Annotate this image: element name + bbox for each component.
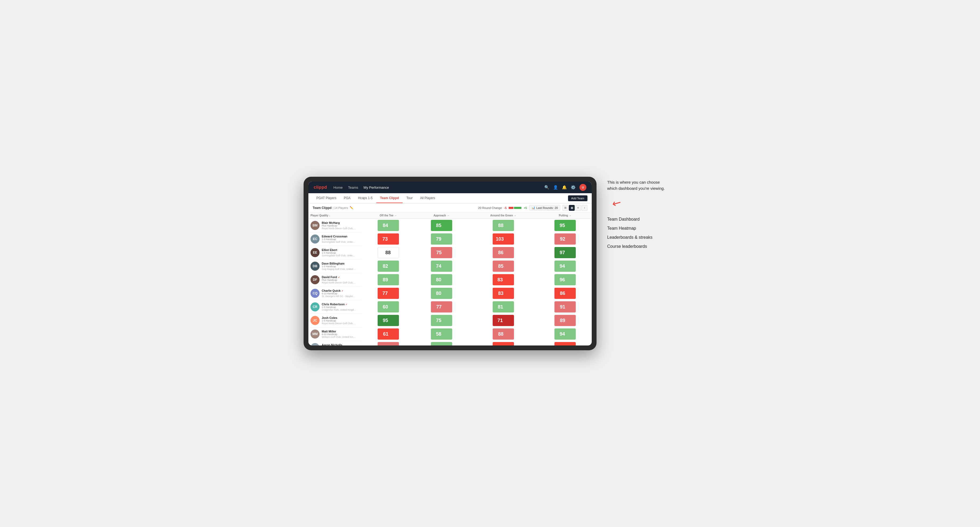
off-tee-cell: 84 +6 bbox=[362, 219, 415, 232]
option-course-leaderboards[interactable]: Course leaderboards bbox=[607, 244, 676, 249]
col-header-player[interactable]: Player Quality ↓ bbox=[309, 213, 362, 219]
score-box: 58 +10 bbox=[431, 342, 452, 346]
player-name[interactable]: Chris Robertson ✓ bbox=[322, 303, 360, 306]
table-row[interactable]: EE Elliot Ebert 1-5 Handicap Sunningdale… bbox=[309, 246, 592, 259]
col-header-around-green[interactable]: Around the Green → bbox=[468, 213, 538, 219]
table-row[interactable]: MM Matt Miller 6-10 Handicap Woburn Golf… bbox=[309, 327, 592, 341]
off-tee-cell: 73 -11 bbox=[362, 232, 415, 246]
table-row[interactable]: DF David Ford ✓ Plus Handicap Royal Nort… bbox=[309, 273, 592, 287]
add-team-button[interactable]: Add Team bbox=[568, 195, 587, 201]
table-row[interactable]: CQ Charlie Quick ✓ 6-10 Handicap St. Geo… bbox=[309, 287, 592, 300]
player-name[interactable]: Edward Crossman bbox=[322, 235, 360, 238]
edit-icon[interactable]: ✏️ bbox=[350, 206, 353, 210]
score-delta: +4 bbox=[442, 339, 447, 342]
list-view-button[interactable]: ≡ bbox=[575, 205, 581, 211]
nav-home[interactable]: Home bbox=[333, 184, 343, 190]
tab-hcaps[interactable]: Hcaps 1-5 bbox=[354, 193, 376, 203]
arrow-annotation: ↙ bbox=[607, 197, 676, 209]
player-name[interactable]: Aaron Nicholls bbox=[322, 343, 360, 346]
around-green-cell: 85 -3 bbox=[468, 259, 538, 273]
score-box: 94 +3 bbox=[554, 329, 576, 340]
table-row[interactable]: EC Edward Crossman 1-5 Handicap Sunningd… bbox=[309, 232, 592, 246]
player-col: CQ Charlie Quick ✓ 6-10 Handicap St. Geo… bbox=[309, 287, 362, 300]
user-icon[interactable]: 👤 bbox=[553, 185, 558, 190]
score-delta: +3 bbox=[565, 339, 570, 342]
col-header-putting[interactable]: Putting → bbox=[538, 213, 592, 219]
putting-cell: 96 +3 bbox=[538, 273, 592, 287]
player-name[interactable]: Charlie Quick ✓ bbox=[322, 289, 360, 292]
table-row[interactable]: AN Aaron Nicholls 11-15 Handicap Drift G… bbox=[309, 341, 592, 346]
score-value: 77 bbox=[436, 304, 442, 310]
score-box: 88 bbox=[378, 247, 399, 258]
player-club: Royal North Devon Golf Club, United King… bbox=[322, 227, 356, 230]
col-header-off-tee[interactable]: Off the Tee → bbox=[362, 213, 415, 219]
col-header-approach[interactable]: Approach → bbox=[415, 213, 468, 219]
player-name[interactable]: David Ford ✓ bbox=[322, 275, 360, 279]
player-name[interactable]: Blair McHarg bbox=[322, 221, 360, 224]
player-club: Sunningdale Golf Club, United Kingdom bbox=[322, 241, 356, 243]
table-row[interactable]: JC Josh Coles 1-5 Handicap Royal North D… bbox=[309, 314, 592, 327]
score-value: 77 bbox=[382, 290, 388, 296]
score-box: 83 -6 bbox=[493, 288, 514, 299]
tab-all-players[interactable]: All Players bbox=[416, 193, 439, 203]
tab-pgat-players[interactable]: PGAT Players bbox=[313, 193, 340, 203]
putting-cell: 86 -8 bbox=[538, 287, 592, 300]
score-box: 85 -3 bbox=[493, 260, 514, 272]
option-team-dashboard[interactable]: Team Dashboard bbox=[607, 217, 676, 222]
heatmap-view-button[interactable]: ▦ bbox=[569, 205, 575, 211]
table-row[interactable]: DB Dave Billingham 1-5 Handicap Gog Mago… bbox=[309, 259, 592, 273]
search-icon[interactable]: 🔍 bbox=[544, 185, 549, 190]
player-handicap: 1-5 Handicap bbox=[322, 238, 360, 241]
putting-cell: 91 -3 bbox=[538, 300, 592, 314]
player-details: Matt Miller 6-10 Handicap Woburn Golf Cl… bbox=[322, 330, 360, 338]
score-value: 95 bbox=[560, 223, 565, 229]
player-avatar: DF bbox=[310, 275, 320, 284]
score-box: 85 +8 bbox=[431, 220, 452, 231]
avatar[interactable]: U bbox=[579, 184, 586, 191]
approach-cell: 77 -3 bbox=[415, 300, 468, 314]
sort-button[interactable]: ↕ bbox=[582, 205, 587, 211]
score-box: 92 -3 bbox=[554, 233, 576, 244]
player-col: EC Edward Crossman 1-5 Handicap Sunningd… bbox=[309, 232, 362, 246]
player-name[interactable]: Josh Coles bbox=[322, 316, 360, 319]
player-club: Sunningdale Golf Club, United Kingdom bbox=[322, 254, 356, 257]
table-row[interactable]: CR Chris Robertson ✓ 1-5 Handicap Craigm… bbox=[309, 300, 592, 314]
option-team-heatmap[interactable]: Team Heatmap bbox=[607, 226, 676, 231]
score-box: 79 +9 bbox=[431, 233, 452, 244]
page-wrapper: clippd Home Teams My Performance 🔍 👤 🔔 ⚙… bbox=[304, 177, 676, 350]
last-rounds-button[interactable]: 📊 Last Rounds: 20 bbox=[529, 205, 560, 211]
settings-icon[interactable]: ⚙️ bbox=[571, 185, 576, 190]
player-handicap: Plus Handicap bbox=[322, 279, 360, 281]
tab-tour[interactable]: Tour bbox=[402, 193, 416, 203]
around-green-cell: 84 -21 bbox=[468, 341, 538, 346]
tab-pga[interactable]: PGA bbox=[340, 193, 354, 203]
table-row[interactable]: BM Blair McHarg Plus Handicap Royal Nort… bbox=[309, 219, 592, 232]
score-value: 89 bbox=[383, 277, 388, 283]
player-name[interactable]: Elliot Ebert bbox=[322, 248, 360, 252]
player-name[interactable]: Matt Miller bbox=[322, 330, 360, 333]
score-box: 95 +8 bbox=[378, 315, 399, 326]
score-value: 97 bbox=[560, 250, 565, 256]
bar-red bbox=[509, 207, 514, 209]
score-box: 73 -11 bbox=[378, 233, 399, 244]
score-box: 61 -3 bbox=[378, 329, 399, 340]
player-name[interactable]: Dave Billingham bbox=[322, 262, 360, 265]
score-value: 88 bbox=[498, 223, 503, 229]
player-handicap: Plus Handicap bbox=[322, 224, 360, 227]
option-leaderboards[interactable]: Leaderboards & streaks bbox=[607, 235, 676, 240]
player-details: Elliot Ebert 1-5 Handicap Sunningdale Go… bbox=[322, 248, 360, 257]
player-info: BM Blair McHarg Plus Handicap Royal Nort… bbox=[310, 221, 360, 230]
round-change-section: 20 Round Change -5 +5 📊 Last Rounds: 20 … bbox=[478, 205, 587, 211]
grid-view-button[interactable]: ⊞ bbox=[562, 205, 568, 211]
nav-right: 🔍 👤 🔔 ⚙️ U bbox=[544, 184, 586, 191]
player-club: Craigmillar Park, United Kingdom bbox=[322, 308, 356, 311]
bell-icon[interactable]: 🔔 bbox=[562, 185, 567, 190]
score-delta: -3 bbox=[389, 339, 393, 342]
nav-my-performance[interactable]: My Performance bbox=[363, 184, 389, 190]
player-col: DB Dave Billingham 1-5 Handicap Gog Mago… bbox=[309, 259, 362, 273]
score-value: 74 bbox=[436, 264, 441, 269]
score-box: 91 -3 bbox=[554, 301, 576, 313]
last-rounds-icon: 📊 bbox=[531, 206, 535, 210]
tab-team-clippd[interactable]: Team Clippd bbox=[376, 193, 402, 203]
nav-teams[interactable]: Teams bbox=[348, 184, 358, 190]
